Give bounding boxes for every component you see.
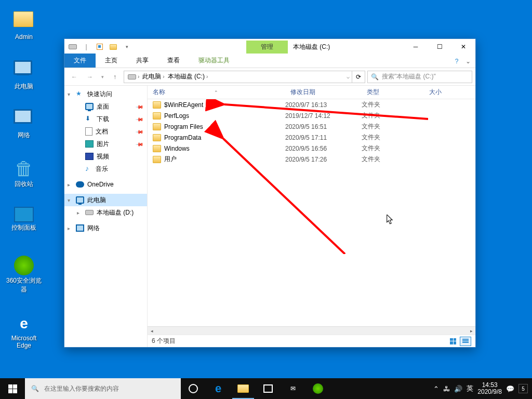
breadcrumb-drive[interactable]: 本地磁盘 (C:) <box>168 72 205 81</box>
refresh-button[interactable]: ⟳ <box>352 71 365 83</box>
back-button[interactable]: ← <box>68 70 81 84</box>
nav-network[interactable]: ▸网络 <box>64 222 147 234</box>
file-name: Windows <box>164 145 190 152</box>
tray-indicator-icon[interactable]: 5 <box>518 384 528 393</box>
breadcrumb-pc[interactable]: 此电脑 <box>142 72 161 81</box>
tray-ime[interactable]: 英 <box>467 384 473 393</box>
tray-up-icon[interactable]: ⌃ <box>433 385 439 393</box>
tab-drive-tools[interactable]: 驱动器工具 <box>189 54 239 68</box>
system-tray[interactable]: ⌃ 🖧 🔊 英 14:532020/9/8 💬 5 <box>429 378 532 399</box>
nav-downloads[interactable]: ⬇下载📌 <box>64 113 147 125</box>
file-row[interactable]: Program Files2020/9/5 16:51文件夹 <box>148 121 475 132</box>
qat-dropdown-icon[interactable]: ▾ <box>121 41 133 52</box>
pin-icon: 📌 <box>136 127 144 136</box>
tab-home[interactable]: 主页 <box>96 54 127 68</box>
title-bar[interactable]: | ▾ 管理 本地磁盘 (C:) ─ ☐ ✕ <box>64 39 475 55</box>
search-input[interactable]: 🔍 搜索"本地磁盘 (C:)" <box>367 71 472 83</box>
desktop-icon-thispc[interactable]: 此电脑 <box>5 60 43 91</box>
view-details-icon[interactable] <box>460 337 471 346</box>
folder-icon <box>153 101 161 109</box>
video-icon <box>85 153 94 160</box>
nav-videos[interactable]: 视频 <box>64 150 147 163</box>
desktop-icon-recycle[interactable]: 🗑 回收站 <box>5 158 43 189</box>
qat-new-folder-icon[interactable] <box>107 41 119 52</box>
nav-documents[interactable]: 文档📌 <box>64 125 147 138</box>
tray-volume-icon[interactable]: 🔊 <box>454 385 462 393</box>
file-row[interactable]: $WinREAgent2020/9/7 16:13文件夹 <box>148 99 475 110</box>
ribbon-contextual-manage[interactable]: 管理 <box>246 41 288 54</box>
chevron-right-icon[interactable]: › <box>138 74 139 79</box>
window-title: 本地磁盘 (C:) <box>288 43 330 51</box>
address-bar[interactable]: › 此电脑› 本地磁盘 (C:)› ⌵ <box>124 71 352 83</box>
nav-music[interactable]: ♪音乐 <box>64 163 147 175</box>
column-size[interactable]: 大小 <box>424 88 475 97</box>
file-row[interactable]: 用户2020/9/5 17:26文件夹 <box>148 154 475 165</box>
folder-icon <box>153 134 161 141</box>
recent-locations-dropdown[interactable]: ▾ <box>99 70 106 84</box>
navigation-pane[interactable]: ▾★快速访问 桌面📌 ⬇下载📌 文档📌 图片📌 视频 ♪音乐 ▸OneDrive… <box>64 86 148 347</box>
pin-icon: 📌 <box>136 140 144 148</box>
tab-share[interactable]: 共享 <box>127 54 158 68</box>
desktop-icon-network[interactable]: 网络 <box>5 109 43 140</box>
nav-quick-access[interactable]: ▾★快速访问 <box>64 88 147 100</box>
chevron-down-icon[interactable]: ▾ <box>68 197 70 203</box>
tray-notifications-icon[interactable]: 💬 <box>506 385 514 393</box>
forward-button[interactable]: → <box>83 70 97 84</box>
chevron-right-icon[interactable]: ▸ <box>68 225 70 231</box>
address-dropdown-icon[interactable]: ⌵ <box>347 74 350 79</box>
desktop-icon-admin[interactable]: Admin <box>5 11 43 41</box>
column-type[interactable]: 类型 <box>362 88 424 97</box>
chevron-right-icon[interactable]: ▸ <box>68 182 70 188</box>
chevron-right-icon[interactable]: › <box>163 74 164 79</box>
cortana-icon[interactable] <box>181 378 206 399</box>
file-date: 2019/12/7 14:12 <box>285 112 362 119</box>
taskbar-mail[interactable]: ✉ <box>281 378 305 399</box>
scroll-left-icon[interactable]: ◂ <box>148 327 156 335</box>
taskbar-explorer[interactable] <box>231 378 256 399</box>
minimize-button[interactable]: ─ <box>404 39 428 55</box>
scroll-right-icon[interactable]: ▸ <box>467 327 475 335</box>
horizontal-scrollbar[interactable]: ◂ ▸ <box>148 326 475 335</box>
tab-view[interactable]: 查看 <box>158 54 189 68</box>
file-row[interactable]: PerfLogs2019/12/7 14:12文件夹 <box>148 110 475 121</box>
taskbar-search[interactable]: 🔍 在这里输入你要搜索的内容 <box>25 378 181 399</box>
file-row[interactable]: Windows2020/9/5 16:56文件夹 <box>148 143 475 154</box>
chevron-right-icon[interactable]: › <box>206 74 208 79</box>
nav-onedrive[interactable]: ▸OneDrive <box>64 178 147 191</box>
maximize-button[interactable]: ☐ <box>428 39 451 55</box>
sort-asc-icon: ⌃ <box>214 90 218 95</box>
up-button[interactable]: ↑ <box>108 70 122 84</box>
tab-file[interactable]: 文件 <box>64 54 96 68</box>
pin-icon: 📌 <box>136 102 144 111</box>
desktop-icon-control[interactable]: 控制面板 <box>5 207 43 232</box>
start-button[interactable] <box>0 378 25 399</box>
close-button[interactable]: ✕ <box>451 39 475 55</box>
chevron-right-icon[interactable]: ▸ <box>77 210 79 216</box>
nav-thispc[interactable]: ▾此电脑 <box>64 194 147 206</box>
file-row[interactable]: ProgramData2020/9/5 17:11文件夹 <box>148 132 475 143</box>
column-name[interactable]: 名称⌃ <box>148 88 285 97</box>
ribbon-help-icon[interactable]: ? <box>451 57 462 66</box>
file-name: Program Files <box>164 123 203 130</box>
nav-drive-d[interactable]: ▸本地磁盘 (D:) <box>64 206 147 219</box>
taskbar-store[interactable] <box>256 378 281 399</box>
quick-access-toolbar: | ▾ <box>64 39 133 55</box>
column-date[interactable]: 修改日期 <box>285 88 362 97</box>
document-icon <box>85 127 92 136</box>
nav-desktop[interactable]: 桌面📌 <box>64 100 147 113</box>
tray-clock[interactable]: 14:532020/9/8 <box>477 382 502 395</box>
nav-pictures[interactable]: 图片📌 <box>64 138 147 150</box>
ribbon-expand-icon[interactable]: ⌄ <box>463 57 473 66</box>
chevron-down-icon[interactable]: ▾ <box>68 91 70 97</box>
taskbar-edge[interactable]: e <box>206 378 231 399</box>
view-thumbnails-icon[interactable] <box>447 337 459 346</box>
taskbar-360[interactable] <box>305 378 330 399</box>
taskbar[interactable]: 🔍 在这里输入你要搜索的内容 e ✉ ⌃ 🖧 🔊 英 14:532020/9/8… <box>0 378 532 399</box>
desktop-icon-360[interactable]: 360安全浏览器 <box>5 256 43 294</box>
qat-properties-icon[interactable] <box>94 41 106 52</box>
tray-network-icon[interactable]: 🖧 <box>443 385 450 393</box>
column-headers: 名称⌃ 修改日期 类型 大小 <box>148 86 475 99</box>
file-list[interactable]: $WinREAgent2020/9/7 16:13文件夹PerfLogs2019… <box>148 99 475 326</box>
drive-icon <box>85 210 94 215</box>
desktop-icon-edge[interactable]: e Microsoft Edge <box>5 314 43 349</box>
